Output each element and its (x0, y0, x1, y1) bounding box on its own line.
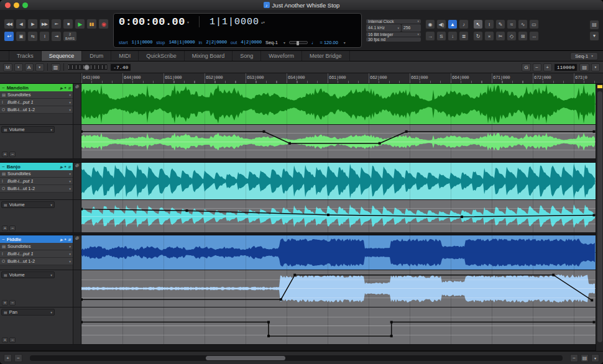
track-name[interactable]: Banjo (7, 164, 21, 170)
bit-depth-select[interactable]: 16 Bit Integer▾ (366, 32, 421, 37)
grid-icon[interactable]: ▤ (581, 354, 589, 362)
g-button[interactable]: G (522, 63, 530, 71)
zoom-icon[interactable]: ⊕ (75, 235, 79, 241)
add-lane-button[interactable]: + (2, 337, 8, 343)
soundbite-banjo[interactable] (81, 163, 596, 199)
track-height-icon[interactable]: ▥ (51, 63, 61, 71)
output-select[interactable]: O Built-i...ut 1-2 ▾ (0, 185, 73, 193)
remove-track-button[interactable]: − (14, 354, 22, 362)
pan-automation-line[interactable] (81, 307, 596, 344)
remove-lane-button[interactable]: − (9, 225, 16, 231)
list-icon[interactable]: ≣ (459, 31, 469, 41)
play-button[interactable]: ▶ (75, 19, 85, 29)
lane-type-select[interactable]: ▤ Pan ▾ (1, 309, 55, 316)
collapse-toggle[interactable]: ~ (2, 85, 5, 91)
punch-button[interactable]: ⇥ (51, 31, 62, 42)
tab-tracks[interactable]: Tracks (9, 51, 42, 61)
panel-caret-icon[interactable]: ▾ (589, 31, 599, 41)
mic-icon[interactable]: ◉ (425, 19, 435, 29)
tab-song[interactable]: Song (232, 51, 261, 61)
track-name[interactable]: Mandolin (7, 85, 29, 91)
insert-button[interactable]: I (39, 31, 50, 42)
soundbites-select[interactable]: ▤ Soundbites ▾ (0, 91, 73, 99)
horizontal-scrollbar[interactable] (30, 355, 563, 361)
record-arm-icon[interactable]: ● (64, 237, 67, 242)
track-name[interactable]: Fiddle (7, 237, 22, 242)
delete-tool-icon[interactable]: × (484, 31, 494, 41)
link-button[interactable]: ⇆ (27, 31, 38, 42)
track-titlebar[interactable]: ~ Mandolin ▶●≣ (0, 84, 73, 91)
grid-tool-icon[interactable]: ⊞ (518, 31, 528, 41)
rotate-tool-icon[interactable]: ↻ (473, 31, 483, 41)
add-track-button[interactable]: + (4, 354, 12, 362)
automation-lane-volume[interactable] (81, 200, 596, 232)
options-caret-icon[interactable]: ▾ (591, 354, 599, 362)
buffer-size-select[interactable]: 256 (402, 24, 421, 32)
record-button[interactable]: ◉ (98, 19, 109, 29)
pointer-tool-icon[interactable]: ↖ (473, 19, 483, 29)
tempo-caret-icon[interactable]: ▾ (344, 40, 346, 45)
ruler-ticks[interactable]: 643|000 644|000 651|000 652|000 653|000 … (81, 73, 596, 83)
tab-waveform[interactable]: Waveform (261, 51, 302, 61)
bars-caret-icon[interactable]: ▴▾ (261, 20, 265, 24)
loop-button[interactable]: ↩ (4, 31, 14, 42)
lane-type-select[interactable]: ▤ Volume ▾ (1, 201, 55, 208)
time-format-caret-icon[interactable]: ▾ (187, 20, 189, 24)
in-value[interactable]: 2|2|0000 (206, 40, 227, 45)
remove-lane-button[interactable]: − (9, 337, 16, 343)
memory-cycle-button[interactable]: ▣ (16, 31, 26, 42)
collapse-toggle[interactable]: ~ (2, 164, 5, 170)
volume-automation-line[interactable] (81, 125, 596, 158)
play-enable-icon[interactable]: ▶ (60, 165, 63, 169)
step-forward-button[interactable]: ▶ (27, 19, 38, 29)
reshape-tool-icon[interactable]: ≈ (507, 19, 517, 29)
tab-midi[interactable]: MIDI (111, 51, 139, 61)
tab-drum[interactable]: Drum (82, 51, 111, 61)
step-back-button[interactable]: ◀ (16, 19, 26, 29)
time-ruler[interactable]: 643|000 644|000 651|000 652|000 653|000 … (0, 73, 603, 84)
collapse-toggle[interactable]: ~ (2, 237, 5, 242)
rewind-button[interactable]: ◀◀ (4, 19, 14, 29)
return-to-start-button[interactable]: ⇤ (51, 19, 62, 29)
tempo-slider[interactable] (289, 41, 308, 44)
move-tool-icon[interactable]: ↔ (529, 31, 539, 41)
scissors-tool-icon[interactable]: ✂ (495, 31, 505, 41)
zoom-in-button[interactable]: + (543, 63, 552, 71)
volume-automation-line[interactable] (81, 270, 596, 307)
frame-rate-select[interactable]: 30 fps nd (366, 37, 421, 42)
stop-value[interactable]: 148|1|0000 (168, 40, 195, 45)
lane-type-select[interactable]: ▤ Volume ▾ (1, 271, 55, 278)
arrow-icon[interactable]: → (425, 31, 435, 41)
soundbites-select[interactable]: ▤ Soundbites ▾ (0, 170, 73, 178)
record-enable-icon[interactable]: ↓ (448, 31, 458, 41)
m-caret-icon[interactable]: ▾ (14, 63, 23, 71)
sequence-selector[interactable]: Seq-1 ▾ (570, 52, 598, 60)
metronome-icon[interactable]: ▲ (448, 19, 458, 29)
stop-button[interactable]: ■ (63, 19, 73, 29)
a-button[interactable]: A (25, 63, 34, 71)
toolbar-caret-icon[interactable]: ▾ (591, 63, 600, 71)
tab-sequence[interactable]: Sequence (42, 51, 83, 61)
add-lane-button[interactable]: + (2, 300, 8, 306)
lane-type-select[interactable]: ▤ Volume ▾ (1, 126, 55, 133)
audition-icon[interactable]: ◀) (436, 19, 446, 29)
zoom-out-button[interactable]: − (533, 63, 541, 71)
track-titlebar[interactable]: ~ Fiddle ▶●≣ (0, 235, 73, 243)
zoom-icon[interactable]: ⊕ (75, 163, 79, 168)
output-select[interactable]: O Built-i...ut 1-2 ▾ (0, 106, 73, 114)
track-titlebar[interactable]: ~ Banjo ▶●≣ (0, 163, 73, 170)
automation-lane-pan[interactable] (81, 307, 596, 344)
add-lane-button[interactable]: + (2, 225, 8, 231)
record-arm-icon[interactable]: ● (64, 86, 67, 90)
remove-lane-button[interactable]: − (9, 300, 16, 306)
tab-mixing-board[interactable]: Mixing Board (185, 51, 233, 61)
soundbite-mandolin[interactable] (81, 84, 596, 124)
wave-tool-icon[interactable]: ∿ (518, 19, 528, 29)
pencil-tool-icon[interactable]: ✎ (495, 19, 505, 29)
add-lane-button[interactable]: + (2, 152, 8, 157)
m-button[interactable]: M (3, 63, 12, 71)
tempo-value[interactable]: = 120.00 (320, 40, 338, 45)
track-menu-icon[interactable]: ≣ (68, 86, 71, 90)
fast-forward-button[interactable]: ▶▶ (39, 19, 50, 29)
grid-view-icon[interactable]: ▤ (579, 63, 589, 71)
